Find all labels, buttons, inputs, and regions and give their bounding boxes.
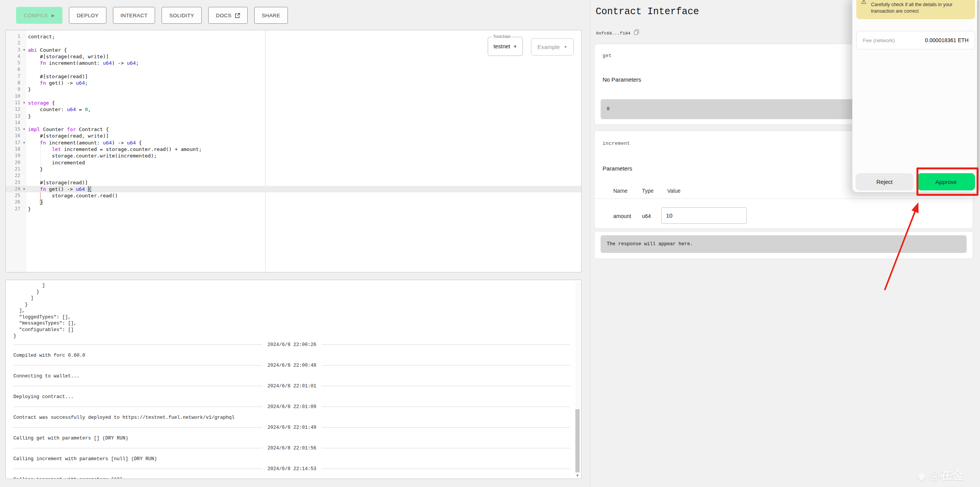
fold-spacer [20,66,28,73]
warning-triangle-icon: ⚠ [861,0,866,5]
console-json-line: } [13,302,570,308]
code-line-7[interactable]: 7 #[storage(read)] [6,73,581,80]
compile-button[interactable]: COMPILE▶ [16,7,62,24]
fold-arrow-icon[interactable]: ▼ [20,47,28,53]
console-json-line: "configurables": [] [13,327,570,333]
share-button[interactable]: SHARE [254,7,288,24]
code-line-22[interactable]: 22 [6,172,581,179]
console-json-line: ] [13,282,570,289]
code-line-27[interactable]: 27} [6,206,581,212]
code-line-23[interactable]: 23 #[storage(read)] [6,179,581,186]
right-scrollbar-thumb[interactable] [977,0,980,191]
line-number: 9 [6,86,20,93]
wallet-approval-popup: ⚠ Carefully check if all the details in … [852,0,978,192]
code-line-20[interactable]: 20 incremented [6,159,581,166]
fold-spacer [20,133,28,139]
fold-arrow-icon[interactable]: ▼ [20,139,28,146]
code-text: counter: u64 = 0, [28,106,91,113]
response-placeholder-text: The response will appear here. [607,241,693,247]
param-value-input[interactable] [661,207,747,224]
code-line-26[interactable]: 26 } [6,199,581,205]
example-value: Example [537,44,560,50]
function-name: get [603,53,612,59]
fold-spacer [20,199,28,205]
console-scrollbar-thumb[interactable] [575,409,580,472]
docs-button[interactable]: DOCS [208,7,248,24]
code-line-24[interactable]: 24▼ fn get() -> u64 { [6,186,581,192]
fold-spacer [20,152,28,159]
warning-text: Carefully check if all the details in yo… [871,2,962,15]
console-timestamp: 2024/6/8 22:00:26 [268,342,317,348]
fold-spacer [20,86,28,93]
console-json-line: "loggedTypes": [], [13,314,570,321]
fold-arrow-icon[interactable]: ▼ [20,100,28,106]
line-number: 13 [6,113,20,120]
code-line-5[interactable]: 5 fn increment(amount: u64) -> u64; [6,60,581,66]
console-log-line: Compiled with forc 0.60.0 [13,349,570,360]
warning-banner: ⚠ Carefully check if all the details in … [856,0,975,19]
code-line-16[interactable]: 16 #[storage(read, write)] [6,133,581,139]
line-number: 3 [6,47,20,53]
copy-icon[interactable] [634,30,639,36]
fold-spacer [20,206,28,212]
code-line-17[interactable]: 17▼ fn increment(amount: u64) -> u64 { [6,139,581,146]
fold-spacer [20,179,28,186]
code-line-14[interactable]: 14 [6,120,581,126]
line-number: 8 [6,80,20,86]
line-number: 18 [6,146,20,152]
fold-spacer [20,146,28,152]
line-number: 25 [6,192,20,199]
fold-arrow-icon[interactable]: ▼ [20,186,28,192]
code-text: fn get() -> u64 { [28,186,91,192]
code-line-13[interactable]: 13} [6,113,581,120]
fold-spacer [20,120,28,126]
fold-spacer [20,192,28,199]
code-text: storage.counter.read() [28,192,118,199]
contract-address: 0xfc68...f184 [596,31,630,36]
code-line-9[interactable]: 9} [6,86,581,93]
toolchain-label: Toolchain [492,34,512,39]
console-timestamp: 2024/6/8 22:14:53 [268,466,317,472]
toolchain-select[interactable]: Toolchain testnet ▼ [488,37,523,56]
reject-button[interactable]: Reject [856,173,913,190]
code-line-19[interactable]: 19 storage.counter.write(incremented); [6,152,581,159]
scroll-down-arrow-icon[interactable]: ▼ [575,474,580,477]
response-placeholder-box: The response will appear here. [601,235,967,253]
console-panel[interactable]: ] } ] } ], "loggedTypes": [], "messagesT… [5,280,581,479]
console-timestamp-divider: 2024/6/8 22:01:56 [13,444,570,453]
code-line-10[interactable]: 10 [6,93,581,100]
code-text: abi Counter { [28,47,67,53]
line-number: 17 [6,139,20,146]
line-number: 12 [6,106,20,113]
code-line-15[interactable]: 15▼impl Counter for Contract { [6,126,581,133]
code-line-12[interactable]: 12 counter: u64 = 0, [6,106,581,113]
solidity-button[interactable]: SOLIDITY [162,7,202,24]
code-line-18[interactable]: 18 let incremented = storage.counter.rea… [6,146,581,152]
line-number: 5 [6,60,20,66]
fold-arrow-icon[interactable]: ▼ [20,126,28,133]
code-line-25[interactable]: 25 storage.counter.read() [6,192,581,199]
line-number: 4 [6,53,20,60]
console-json-line: } [13,333,570,339]
console-json-line: ] [13,295,570,302]
code-text: } [28,113,31,120]
line-number: 7 [6,73,20,80]
deploy-button[interactable]: DEPLOY [69,7,106,24]
code-line-21[interactable]: 21 } [6,166,581,172]
code-line-6[interactable]: 6 [6,66,581,73]
fold-spacer [20,106,28,113]
console-timestamp: 2024/6/8 22:00:48 [268,363,317,368]
code-line-11[interactable]: 11▼storage { [6,100,581,106]
code-line-8[interactable]: 8 fn get() -> u64; [6,80,581,86]
interact-button[interactable]: INTERACT [113,7,155,24]
no-parameters-label: No Parameters [603,76,641,83]
fold-spacer [20,53,28,60]
example-select[interactable]: Example ▼ [531,38,574,56]
share-button-label: SHARE [262,13,281,18]
chevron-down-icon: ▼ [513,44,517,49]
line-number: 15 [6,126,20,133]
console-log-line: Connecting to wallet... [13,370,570,381]
fold-spacer [20,113,28,120]
console-log-line: Calling increment with parameters [null]… [13,453,570,464]
code-editor[interactable]: 1contract;23▼abi Counter {4 #[storage(re… [5,30,581,272]
